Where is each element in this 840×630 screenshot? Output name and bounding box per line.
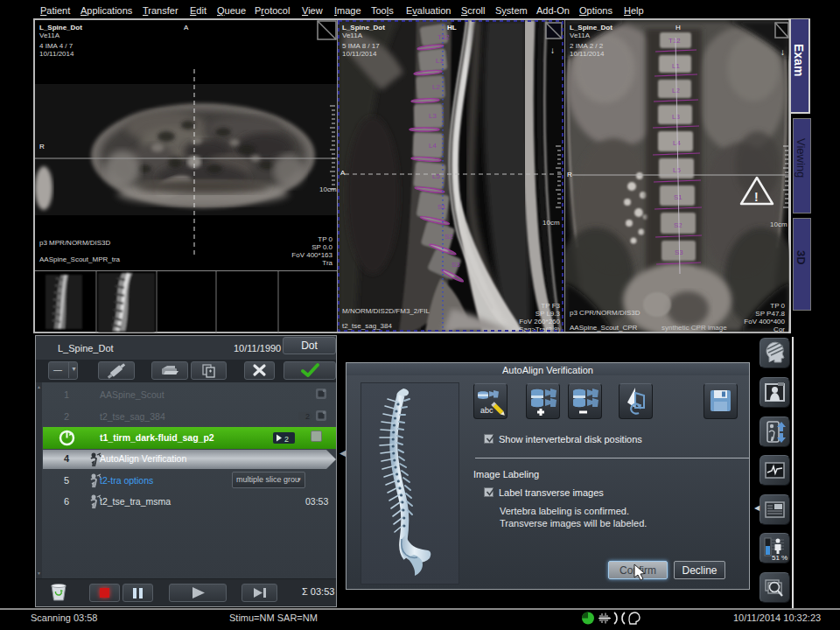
- svg-text:L3: L3: [672, 113, 680, 121]
- svg-text:S2: S2: [444, 233, 453, 241]
- svg-text:abc: abc: [480, 406, 494, 415]
- svg-text:L5: L5: [432, 172, 440, 180]
- svg-text:S3: S3: [452, 261, 460, 269]
- svg-text:L4: L4: [429, 142, 437, 150]
- svg-text:!: !: [754, 190, 759, 204]
- svg-text:51 %: 51 %: [772, 554, 788, 562]
- svg-text:L3: L3: [429, 112, 437, 120]
- svg-text:2: 2: [305, 412, 310, 421]
- svg-text:T12: T12: [668, 37, 681, 45]
- svg-text:S2: S2: [674, 221, 682, 229]
- svg-text:L5: L5: [673, 166, 681, 174]
- svg-text:L2: L2: [432, 83, 440, 91]
- svg-text:S1: S1: [438, 203, 446, 211]
- svg-text:↓: ↓: [780, 47, 785, 57]
- svg-text:↓: ↓: [550, 46, 555, 55]
- svg-text:T12: T12: [438, 33, 450, 41]
- svg-text:2: 2: [284, 435, 289, 444]
